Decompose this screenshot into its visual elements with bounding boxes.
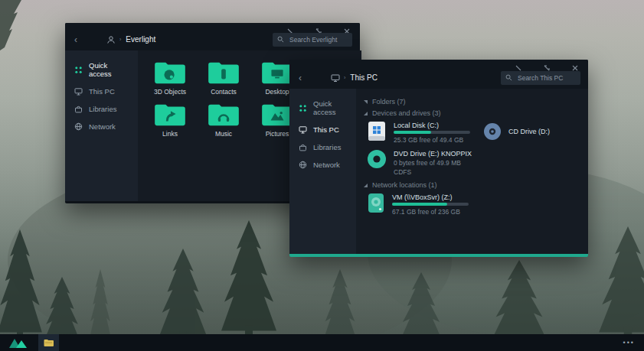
sidebar-item-label: Quick access	[313, 99, 347, 116]
folder-links[interactable]: Links	[145, 102, 195, 138]
sidebar-item-libraries[interactable]: Libraries	[289, 138, 356, 156]
sidebar-item-libraries[interactable]: Libraries	[65, 100, 138, 118]
user-icon	[106, 35, 116, 44]
computer-icon	[331, 73, 340, 83]
group-devices-and-drives[interactable]: Devices and drives (3)	[364, 109, 588, 117]
network-globe-icon	[74, 122, 83, 131]
titlebar-this-pc[interactable]: ‹ › This PC	[289, 60, 588, 89]
expanded-arrow-icon	[364, 184, 368, 187]
taskbar-overflow-button[interactable]: •••	[623, 339, 635, 346]
navigation-pane: Quick access This PC Libraries Network	[65, 50, 138, 201]
cd-disc-icon	[483, 122, 502, 141]
search-icon	[505, 74, 512, 81]
collapsed-arrow-icon	[364, 100, 368, 104]
expanded-arrow-icon	[364, 112, 368, 115]
file-explorer-icon	[44, 339, 54, 347]
drive-capacity-text: 67.1 GB free of 236 GB	[392, 208, 469, 216]
titlebar-everlight[interactable]: ‹ › Everlight	[65, 23, 360, 50]
sidebar-item-quick-access[interactable]: Quick access	[289, 95, 356, 121]
folder-icon	[153, 60, 187, 86]
group-label: Devices and drives (3)	[372, 109, 441, 117]
group-network-locations[interactable]: Network locations (1)	[364, 181, 588, 189]
sidebar-item-label: Network	[89, 122, 116, 131]
sidebar-item-label: Quick access	[89, 61, 129, 78]
address-bar: ‹ › Everlight	[74, 32, 352, 47]
drive-filesystem: CDFS	[394, 168, 472, 177]
this-pc-view: Folders (7) Devices and drives (3)	[356, 89, 588, 254]
search-icon	[277, 36, 284, 43]
folder-label: Links	[162, 130, 178, 138]
folder-contacts[interactable]: Contacts	[199, 60, 248, 96]
drive-capacity-text: 0 bytes free of 49.9 MB	[394, 159, 472, 167]
taskbar-file-explorer-button[interactable]	[38, 334, 59, 351]
capacity-bar-fill	[392, 203, 447, 206]
sidebar-item-label: This PC	[313, 125, 339, 134]
libraries-icon	[299, 143, 307, 151]
group-label: Folders (7)	[372, 98, 406, 106]
address-bar: ‹ › This PC	[299, 70, 580, 85]
group-label: Network locations (1)	[372, 181, 437, 189]
drive-dvd-e[interactable]: DVD Drive (E:) KNOPPIX 0 bytes free of 4…	[367, 149, 588, 177]
group-folders[interactable]: Folders (7)	[364, 98, 588, 106]
capacity-bar	[392, 203, 469, 206]
window-this-pc: ‹ › This PC Quick access This PC	[289, 60, 588, 257]
hard-drive-windows-icon	[367, 121, 387, 141]
breadcrumb-chevron-icon: ›	[119, 37, 121, 42]
folder-label: Contacts	[211, 88, 237, 96]
back-button[interactable]: ‹	[299, 73, 309, 83]
quick-access-icon	[299, 104, 307, 112]
sidebar-item-network[interactable]: Network	[65, 118, 138, 135]
drive-local-disk-c[interactable]: Local Disk (C:) 25.3 GB free of 49.4 GB	[367, 121, 588, 145]
folder-label: Music	[215, 130, 232, 138]
search-box[interactable]	[501, 71, 580, 85]
drive-name: Local Disk (C:)	[394, 122, 470, 129]
navigation-pane: Quick access This PC Libraries Network	[289, 89, 356, 254]
quick-access-icon	[74, 66, 83, 74]
sidebar-item-label: Libraries	[89, 105, 116, 113]
libraries-icon	[74, 105, 83, 113]
breadcrumb: This PC	[350, 73, 378, 82]
sidebar-item-quick-access[interactable]: Quick access	[65, 57, 138, 83]
folder-icon	[153, 102, 187, 128]
search-input[interactable]	[516, 73, 576, 83]
network-globe-icon	[299, 161, 307, 169]
folder-3d-objects[interactable]: 3D Objects	[145, 60, 195, 96]
folder-music[interactable]: Music	[199, 102, 248, 138]
drive-name: CD Drive (D:)	[508, 128, 550, 135]
sidebar-item-this-pc[interactable]: This PC	[65, 83, 138, 100]
sidebar-item-network[interactable]: Network	[289, 156, 356, 174]
sidebar-item-label: Libraries	[313, 143, 341, 151]
sidebar-item-this-pc[interactable]: This PC	[289, 121, 356, 138]
network-drive-icon	[367, 193, 385, 213]
taskbar: •••	[0, 334, 644, 351]
drive-name: VM (\\VBoxSvr) (Z:)	[392, 193, 469, 201]
folder-label: Desktop	[265, 88, 289, 96]
start-mountains-logo[interactable]	[9, 338, 28, 348]
breadcrumb-chevron-icon: ›	[344, 75, 345, 80]
sidebar-item-label: Network	[313, 161, 340, 169]
capacity-bar	[394, 131, 470, 134]
back-button[interactable]: ‹	[74, 35, 85, 44]
search-input[interactable]	[288, 35, 348, 44]
monitor-icon	[74, 87, 83, 96]
folder-label: Pictures	[266, 130, 289, 138]
sidebar-item-label: This PC	[89, 87, 115, 96]
monitor-icon	[299, 125, 307, 134]
drive-network-vm-z[interactable]: VM (\\VBoxSvr) (Z:) 67.1 GB free of 236 …	[367, 193, 588, 216]
dvd-disc-icon	[367, 149, 387, 169]
breadcrumb: Everlight	[126, 35, 155, 44]
drives-row-3: VM (\\VBoxSvr) (Z:) 67.1 GB free of 236 …	[367, 193, 588, 216]
folder-icon	[207, 60, 240, 86]
search-box[interactable]	[273, 33, 352, 47]
drive-capacity-text: 25.3 GB free of 49.4 GB	[394, 136, 470, 145]
drive-name: DVD Drive (E:) KNOPPIX	[394, 150, 472, 158]
capacity-bar-fill	[394, 131, 431, 134]
mountains-icon	[9, 338, 28, 348]
folder-icon	[207, 102, 240, 128]
folder-label: 3D Objects	[154, 88, 186, 96]
drive-cd-d[interactable]: CD Drive (D:)	[483, 122, 550, 141]
drives-row-2: DVD Drive (E:) KNOPPIX 0 bytes free of 4…	[367, 149, 588, 177]
drives-row-1: Local Disk (C:) 25.3 GB free of 49.4 GB …	[367, 121, 588, 145]
